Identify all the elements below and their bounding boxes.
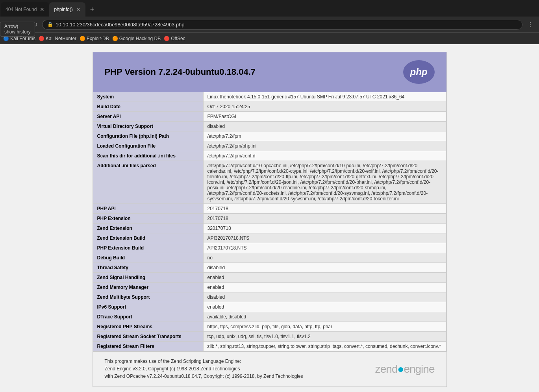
row-value: /etc/php/7.2/fpm/conf.d/10-opcache.ini, …: [203, 161, 446, 204]
offsec-label: OffSec: [171, 36, 185, 41]
table-row: Zend Memory Managerenabled: [93, 283, 446, 292]
bookmark-exploit-db[interactable]: 🟠 Exploit-DB: [80, 36, 109, 41]
row-value: no: [203, 253, 446, 263]
table-row: Registered Stream Socket Transportstcp, …: [93, 332, 446, 342]
add-tab-button[interactable]: +: [87, 4, 98, 15]
row-value: enabled: [203, 302, 446, 312]
kali-nethunter-icon: 🔴: [39, 36, 44, 41]
row-value: 20170718: [203, 204, 446, 214]
row-key: PHP API: [93, 204, 203, 214]
row-key: Build Date: [93, 102, 203, 112]
table-row: Zend Signal Handlingenabled: [93, 273, 446, 283]
zend-logo: zend●engine: [375, 363, 435, 375]
tooltip-line1: Arrow): [4, 24, 31, 29]
row-key: PHP Extension Build: [93, 243, 203, 253]
row-value: disabled: [203, 263, 446, 273]
row-key: Additional .ini files parsed: [93, 161, 203, 204]
table-row: Virtual Directory Supportdisabled: [93, 122, 446, 131]
row-value: /etc/php/7.2/fpm/conf.d: [203, 151, 446, 161]
table-row: Thread Safetydisabled: [93, 263, 446, 273]
row-key: Virtual Directory Support: [93, 122, 203, 131]
phpinfo-table: SystemLinux thenotebook 4.15.0-151-gener…: [93, 92, 446, 351]
tab-phpinfo[interactable]: phpinfo() ✕: [49, 2, 85, 17]
row-value: tcp, udp, unix, udg, ssl, tls, tlsv1.0, …: [203, 332, 446, 342]
google-hacking-icon: 🟠: [112, 36, 118, 41]
table-row: Server APIFPM/FastCGI: [93, 112, 446, 122]
row-key: Zend Memory Manager: [93, 283, 203, 292]
tab-phpinfo-title: phpinfo(): [54, 7, 72, 12]
footer-line2: Zend Engine v3.2.0, Copyright (c) 1998-2…: [105, 365, 303, 373]
row-value: disabled: [203, 292, 446, 302]
row-value: available, disabled: [203, 312, 446, 322]
row-value: zlib.*, string.rot13, string.toupper, st…: [203, 342, 446, 351]
table-row: Zend Extension320170718: [93, 224, 446, 233]
tooltip-line2: show history: [4, 29, 31, 35]
row-value: Oct 7 2020 15:24:25: [203, 102, 446, 112]
row-key: Registered PHP Streams: [93, 322, 203, 332]
row-key: DTrace Support: [93, 312, 203, 322]
row-key: Zend Extension: [93, 224, 203, 233]
footer-text: This program makes use of the Zend Scrip…: [105, 358, 303, 381]
row-value: API320170718,NTS: [203, 233, 446, 243]
table-row: Build DateOct 7 2020 15:24:25: [93, 102, 446, 112]
exploit-db-icon: 🟠: [80, 36, 85, 41]
table-row: DTrace Supportavailable, disabled: [93, 312, 446, 322]
row-key: Debug Build: [93, 253, 203, 263]
row-value: /etc/php/7.2/fpm: [203, 131, 446, 141]
row-value: FPM/FastCGI: [203, 112, 446, 122]
row-key: Thread Safety: [93, 263, 203, 273]
row-key: Zend Multibyte Support: [93, 292, 203, 302]
row-value: 20170718: [203, 214, 446, 224]
address-bar[interactable]: 🔒 10.10.10.230/36cdeca0be98e00fd8fa959a7…: [42, 20, 522, 30]
row-key: Registered Stream Socket Transports: [93, 332, 203, 342]
table-row: IPv6 Supportenabled: [93, 302, 446, 312]
tab-404-close[interactable]: ✕: [40, 6, 44, 13]
row-key: Zend Signal Handling: [93, 273, 203, 283]
lock-icon: 🔒: [47, 22, 53, 27]
row-key: Scan this dir for additional .ini files: [93, 151, 203, 161]
table-row: Registered Stream Filterszlib.*, string.…: [93, 342, 446, 351]
row-key: Loaded Configuration File: [93, 141, 203, 151]
bookmarks-bar: 🔵 Kali Forums 🔴 Kali NetHunter 🟠 Exploit…: [0, 32, 539, 44]
row-value: 320170718: [203, 224, 446, 233]
google-hacking-label: Google Hacking DB: [119, 36, 161, 41]
table-row: Scan this dir for additional .ini files/…: [93, 151, 446, 161]
table-row: PHP Extension BuildAPI20170718,NTS: [93, 243, 446, 253]
row-value: enabled: [203, 273, 446, 283]
php-logo-text: php: [410, 67, 428, 78]
footer-line1: This program makes use of the Zend Scrip…: [105, 358, 303, 365]
row-key: IPv6 Support: [93, 302, 203, 312]
tooltip: Arrow) show history: [0, 22, 35, 37]
table-row: Registered PHP Streamshttps, ftps, compr…: [93, 322, 446, 332]
row-value: Linux thenotebook 4.15.0-151-generic #15…: [203, 92, 446, 102]
row-key: PHP Extension: [93, 214, 203, 224]
footer-line3: with Zend OPcache v7.2.24-0ubuntu0.18.04…: [105, 373, 303, 380]
bookmark-kali-nethunter[interactable]: 🔴 Kali NetHunter: [39, 36, 76, 41]
bookmark-offsec[interactable]: 🔴 OffSec: [164, 36, 185, 41]
exploit-db-label: Exploit-DB: [87, 36, 109, 41]
tab-404-title: 404 Not Found: [6, 7, 37, 12]
tab-phpinfo-close[interactable]: ✕: [76, 6, 81, 13]
table-row: Zend Extension BuildAPI320170718,NTS: [93, 233, 446, 243]
php-version-title: PHP Version 7.2.24-0ubuntu0.18.04.7: [105, 67, 256, 77]
row-value: API20170718,NTS: [203, 243, 446, 253]
row-value: https, ftps, compress.zlib, php, file, g…: [203, 322, 446, 332]
tab-404[interactable]: 404 Not Found ✕: [1, 2, 49, 17]
table-row: SystemLinux thenotebook 4.15.0-151-gener…: [93, 92, 446, 102]
page-content: PHP Version 7.2.24-0ubuntu0.18.04.7 php …: [0, 44, 539, 392]
table-row: Debug Buildno: [93, 253, 446, 263]
row-value: enabled: [203, 283, 446, 292]
menu-button[interactable]: ⋮: [525, 20, 536, 29]
bookmark-google-hacking[interactable]: 🟠 Google Hacking DB: [112, 36, 161, 41]
row-value: disabled: [203, 122, 446, 131]
php-header: PHP Version 7.2.24-0ubuntu0.18.04.7 php: [93, 52, 446, 92]
php-footer: This program makes use of the Zend Scrip…: [93, 351, 446, 386]
row-key: Zend Extension Build: [93, 233, 203, 243]
row-key: Registered Stream Filters: [93, 342, 203, 351]
table-row: PHP Extension20170718: [93, 214, 446, 224]
url-text: 10.10.10.230/36cdeca0be98e00fd8fa959a728…: [56, 22, 184, 28]
table-row: Configuration File (php.ini) Path/etc/ph…: [93, 131, 446, 141]
kali-nethunter-label: Kali NetHunter: [46, 36, 76, 41]
offsec-icon: 🔴: [164, 36, 170, 41]
row-key: System: [93, 92, 203, 102]
